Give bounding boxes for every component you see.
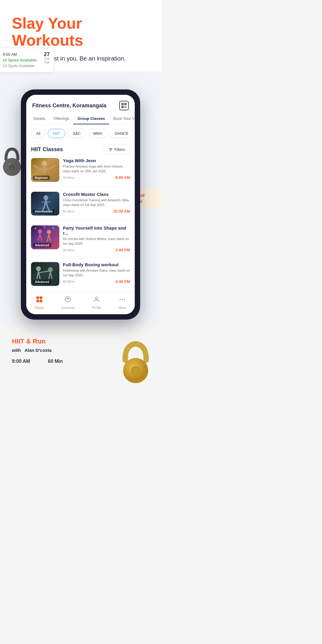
svg-point-24 — [35, 227, 36, 229]
bottom-trainer: with Alan D'costa — [12, 348, 149, 353]
svg-point-23 — [47, 230, 51, 234]
svg-point-17 — [42, 161, 47, 166]
more-icon — [119, 296, 126, 305]
tab-book-visit[interactable]: Book Your Visit — [109, 113, 135, 124]
nav-schedule-label: Schedule — [61, 306, 75, 309]
class-duration-party: 30 Mins — [63, 248, 75, 252]
bottom-duration: 60 Min — [48, 359, 63, 364]
yoga-figure — [31, 158, 58, 180]
svg-line-19 — [50, 165, 55, 168]
divider-3 — [31, 257, 130, 257]
bottom-time: 9:00 AM — [12, 359, 30, 364]
class-desc-yoga: Practice Anusara Yoga with Jenn Holmes, … — [63, 164, 130, 174]
divider-1 — [31, 187, 130, 187]
tab-group-classes[interactable]: Group Classes — [73, 113, 109, 124]
class-meta-party: 30 Mins 2:00 PM — [63, 248, 130, 252]
card-time: 9:00 AM — [3, 52, 48, 57]
svg-point-36 — [120, 299, 121, 300]
svg-rect-30 — [40, 296, 42, 299]
classes-header: HIIT Classes Filters — [26, 142, 135, 158]
bottom-duration-value: 60 Min — [48, 359, 63, 364]
svg-point-1 — [8, 162, 11, 165]
class-card-boxing[interactable]: Advanced Full-Body Boxing workout Kickbo… — [26, 262, 135, 291]
nav-more[interactable]: More — [119, 296, 126, 309]
chip-mma[interactable]: MMA — [88, 129, 107, 138]
phone-outer: Fitness Centre, Koramangala — [21, 89, 140, 320]
svg-line-18 — [34, 165, 38, 168]
class-info-boxing: Full-Body Boxing workout Kickboxing with… — [63, 262, 130, 286]
classes-title: HIIT Classes — [31, 146, 63, 153]
svg-point-27 — [36, 266, 41, 271]
crossfit-image-bg: Intermediate — [31, 192, 59, 216]
svg-point-26 — [43, 226, 46, 228]
svg-point-41 — [131, 366, 140, 375]
svg-rect-12 — [125, 107, 125, 108]
phone-mockup: Fitness Centre, Koramangala — [21, 89, 140, 320]
class-name-party: Party Yourself Into Shape and r... — [63, 225, 130, 236]
nav-schedule[interactable]: Schedule — [61, 296, 75, 309]
date-day: Tue — [44, 61, 50, 64]
class-card-party[interactable]: Advanced Party Yourself Into Shape and r… — [26, 225, 135, 257]
svg-rect-10 — [125, 106, 125, 107]
svg-rect-32 — [40, 300, 42, 302]
tab-details[interactable]: Details — [29, 113, 49, 124]
filter-label: Filters — [114, 147, 125, 152]
bottom-time-value: 9:00 AM — [12, 359, 30, 364]
svg-rect-9 — [122, 107, 123, 108]
nav-home[interactable]: Home — [35, 296, 44, 309]
filter-button[interactable]: Filters — [103, 145, 130, 154]
schedule-icon — [64, 296, 71, 305]
class-info-yoga: Yoga With Jenn Practice Anusara Yoga wit… — [63, 158, 130, 182]
bottom-class-meta: 9:00 AM 60 Min — [12, 359, 149, 364]
svg-point-37 — [122, 299, 123, 300]
class-info-party: Party Yourself Into Shape and r... Do zu… — [63, 225, 130, 252]
home-icon — [36, 296, 43, 305]
class-name-boxing: Full-Body Boxing workout — [63, 262, 130, 267]
svg-point-20 — [44, 195, 48, 200]
bottom-nav: Home Schedule — [26, 292, 135, 314]
svg-point-38 — [124, 299, 125, 300]
chip-all[interactable]: All — [31, 129, 45, 138]
filter-chips-row: All HIIT S&C MMA DANCE BO — [26, 125, 135, 142]
svg-text:A: A — [11, 167, 13, 170]
class-card-yoga[interactable]: Beginner Yoga With Jenn Practice Anusara… — [26, 158, 135, 187]
class-image-boxing: Advanced — [31, 262, 59, 286]
svg-rect-31 — [36, 300, 39, 302]
trainer-name: Alan D'costa — [25, 348, 52, 353]
bottom-section: HIIT & Run with Alan D'costa 9:00 AM 60 … — [0, 326, 161, 391]
crossfit-figure — [31, 192, 58, 214]
svg-point-28 — [48, 267, 53, 272]
svg-rect-5 — [122, 104, 123, 105]
class-time-yoga: 9:00 AM — [115, 175, 130, 180]
nav-profile[interactable]: Profile — [92, 296, 101, 309]
tab-offerings[interactable]: Offerings — [49, 113, 74, 124]
date-month: Oct — [44, 57, 50, 61]
qr-icon[interactable] — [119, 101, 129, 110]
hero-title: Slay Your Workouts — [12, 15, 149, 49]
venue-title: Fitness Centre, Koramangala — [32, 103, 106, 109]
page: Slay Your Workouts Bring out the best in… — [0, 0, 161, 391]
svg-point-21 — [35, 207, 53, 212]
divider-2 — [31, 220, 130, 221]
class-desc-boxing: Kickboxing with Arindam Raha, class star… — [63, 268, 130, 278]
svg-rect-13 — [126, 107, 126, 108]
card-spots-gray: 10 Spots Available — [3, 64, 48, 68]
card-spots-green: 10 Spots Available — [3, 58, 48, 62]
phone-tabs: Details Offerings Group Classes Book You… — [26, 113, 135, 125]
svg-point-25 — [52, 227, 54, 229]
bottom-class-info: HIIT & Run with Alan D'costa 9:00 AM 60 … — [12, 338, 149, 364]
party-image-bg: Advanced — [31, 225, 59, 249]
class-card-crossfit[interactable]: Intermediate Crossfit Master Class Cross… — [26, 192, 135, 220]
date-box: 27 Oct Tue — [44, 52, 50, 64]
phone-header: Fitness Centre, Koramangala — [26, 95, 135, 113]
class-image-party: Advanced — [31, 225, 59, 249]
chip-sc[interactable]: S&C — [68, 129, 86, 138]
class-time-boxing: 4:30 PM — [115, 279, 130, 284]
chip-dance[interactable]: DANCE — [110, 129, 134, 138]
svg-rect-7 — [125, 104, 126, 105]
kettlebell-left-decoration: A — [0, 143, 24, 179]
class-desc-crossfit: Cross Functional Training with Amaresh O… — [63, 198, 130, 207]
class-meta-boxing: 60 Mins 4:30 PM — [63, 279, 130, 284]
class-image-yoga: Beginner — [31, 158, 59, 182]
chip-hiit[interactable]: HIIT — [48, 129, 65, 138]
